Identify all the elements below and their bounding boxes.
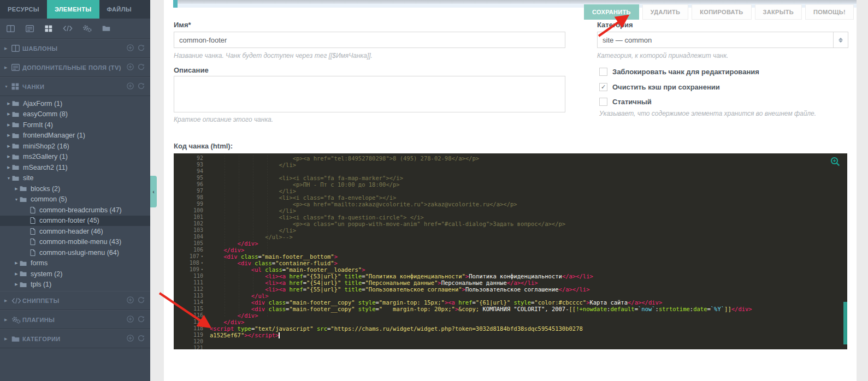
code-line[interactable]: 98 <li><i class="fa fa-envelope"></i>	[174, 194, 847, 201]
refresh-icon[interactable]	[138, 82, 145, 92]
caret-down-icon[interactable]: ▼	[5, 176, 12, 180]
help-button[interactable]: ПОМОЩЬ!	[805, 4, 854, 20]
code-line[interactable]: 119a1525ef67"></script>	[174, 332, 847, 338]
editor-scrollbar-thumb[interactable]	[843, 302, 847, 344]
caret-right-icon[interactable]: ▶	[4, 66, 11, 70]
tree-folder-common[interactable]: ▼common (5)	[0, 194, 150, 205]
section-tv[interactable]: ▶ДОПОЛНИТЕЛЬНЫЕ ПОЛЯ (TV)	[0, 58, 150, 77]
code-line[interactable]: 97 </li>	[174, 188, 847, 194]
gears-icon[interactable]	[80, 22, 94, 35]
close-button[interactable]: ЗАКРЫТЬ	[755, 4, 802, 20]
caret-down-icon[interactable]: ▼	[13, 198, 20, 201]
save-button[interactable]: СОХРАНИТЬ	[584, 4, 639, 20]
code-line[interactable]: 92 <p><a href="tel:84952780298">8 (495) …	[174, 155, 847, 162]
section-gears[interactable]: ▶ПЛАГИНЫ	[0, 310, 150, 329]
caret-right-icon[interactable]: ▶	[13, 272, 20, 276]
code-line[interactable]: 117 </div>	[174, 319, 847, 325]
code-line[interactable]: 109▾ <ul class="main-footer__loaders">	[174, 266, 847, 273]
tv-icon[interactable]	[22, 22, 37, 35]
tree-item-common-mobile-menu[interactable]: common-mobile-menu (43)	[0, 237, 150, 248]
static-checkbox[interactable]: Статичный	[599, 98, 652, 106]
code-line[interactable]: 96 <p>ПН - Пт с 10:00 до 18:00</p>	[174, 181, 847, 188]
code-line[interactable]: 100 </li>	[174, 207, 847, 214]
code-line[interactable]: 121	[174, 345, 847, 349]
code-line[interactable]: 116 </div>	[174, 312, 847, 319]
tree-folder-site[interactable]: ▼site	[0, 173, 150, 184]
duplicate-button[interactable]: КОПИРОВАТЬ	[692, 4, 751, 20]
refresh-icon[interactable]	[138, 315, 145, 325]
code-line[interactable]: 114 <div class="main-footer__copy" style…	[174, 299, 847, 306]
code-line[interactable]: 107▾ <div class="main-footer__bottom">	[174, 253, 847, 260]
code-line[interactable]: 111 <li><a href="{54|url}" title="Персон…	[174, 279, 847, 286]
caret-right-icon[interactable]: ▶	[4, 46, 11, 51]
tree-item-common-header[interactable]: common-header (46)	[0, 226, 150, 237]
caret-right-icon[interactable]: ▶	[5, 102, 12, 106]
refresh-icon[interactable]	[138, 44, 145, 53]
add-element-icon[interactable]	[127, 63, 134, 73]
tree-folder-AjaxForm[interactable]: ▶AjaxForm (1)	[0, 98, 150, 109]
chunks-grid-icon[interactable]	[42, 22, 56, 35]
fold-icon[interactable]: ▾	[201, 253, 203, 260]
caret-right-icon[interactable]: ▶	[5, 133, 12, 138]
caret-right-icon[interactable]: ▶	[5, 112, 12, 116]
tree-item-common-uslugi-menu[interactable]: common-uslugi-menu (64)	[0, 247, 150, 258]
checkbox-unchecked[interactable]	[599, 98, 607, 106]
tree-folder-tpls[interactable]: ▶tpls (1)	[0, 279, 150, 290]
code-editor[interactable]: 92 <p><a href="tel:84952780298">8 (495) …	[174, 153, 847, 349]
add-element-icon[interactable]	[127, 334, 134, 344]
code-line[interactable]: 106 </div>	[174, 247, 847, 253]
add-element-icon[interactable]	[127, 82, 134, 92]
section-chunks-grid[interactable]: ▼ЧАНКИ	[0, 77, 150, 96]
folder-icon[interactable]	[99, 22, 113, 35]
category-select[interactable]: site — common	[597, 32, 848, 48]
section-columns[interactable]: ▶ШАБЛОНЫ	[0, 39, 150, 58]
caret-right-icon[interactable]: ▶	[5, 154, 12, 159]
spinner-icon[interactable]	[833, 32, 848, 47]
code-line[interactable]: 101 <li><i class="fa fa-question-circle"…	[174, 214, 847, 221]
sidebar-collapse-handle[interactable]: ‹	[150, 176, 157, 207]
caret-down-icon[interactable]: ▼	[4, 85, 11, 88]
code-line[interactable]: 103 </li>	[174, 227, 847, 234]
code-line[interactable]: 102 <p><a class="un popup-with-move-anim…	[174, 221, 847, 227]
caret-right-icon[interactable]: ▶	[13, 282, 20, 287]
code-line[interactable]: 104 </ul>-->	[174, 234, 847, 240]
refresh-icon[interactable]	[138, 334, 145, 344]
code-line[interactable]: 93 </li>	[174, 162, 847, 168]
clear-cache-checkbox[interactable]: ✓Очистить кэш при сохранении	[599, 83, 720, 91]
caret-right-icon[interactable]: ▶	[4, 337, 11, 341]
tree-folder-blocks[interactable]: ▶blocks (2)	[0, 183, 150, 194]
code-line[interactable]: 94	[174, 168, 847, 175]
add-element-icon[interactable]	[127, 296, 134, 306]
code-line[interactable]: 108▾ <div class="container-fluid">	[174, 260, 847, 266]
refresh-icon[interactable]	[138, 296, 145, 306]
fold-icon[interactable]: ▾	[201, 266, 203, 273]
caret-right-icon[interactable]: ▶	[5, 123, 12, 127]
tree-folder-frontendManager[interactable]: ▶frontendManager (1)	[0, 130, 150, 141]
tab-files[interactable]: ФАЙЛЫ	[99, 0, 139, 19]
caret-right-icon[interactable]: ▶	[13, 187, 20, 191]
code-line[interactable]: 105 </div>	[174, 240, 847, 247]
tree-folder-system[interactable]: ▶system (2)	[0, 269, 150, 279]
code-line[interactable]: 112 <li><a href="{55|url}" title="Пользо…	[174, 286, 847, 293]
checkbox-checked[interactable]: ✓	[599, 83, 607, 91]
code-line[interactable]: 118<script type="text/javascript" src="h…	[174, 325, 847, 332]
tab-elements[interactable]: ЭЛЕМЕНТЫ	[47, 0, 99, 19]
caret-right-icon[interactable]: ▶	[4, 318, 11, 322]
tree-folder-ms2Gallery[interactable]: ▶ms2Gallery (1)	[0, 152, 150, 163]
caret-right-icon[interactable]: ▶	[13, 261, 20, 265]
lock-chunk-checkbox[interactable]: Заблокировать чанк для редактирования	[599, 68, 759, 76]
tree-folder-easyComm[interactable]: ▶easyComm (8)	[0, 109, 150, 120]
add-element-icon[interactable]	[127, 44, 134, 53]
code-line[interactable]: 113 </ul>	[174, 293, 847, 299]
code-line[interactable]: 99 <p><a href="mailto:zakaz@vcolorite.ru…	[174, 201, 847, 207]
tab-resources[interactable]: РЕСУРСЫ	[0, 0, 47, 19]
section-code[interactable]: ▶СНИППЕТЫ	[0, 291, 150, 310]
tree-folder-mSearch2[interactable]: ▶mSearch2 (11)	[0, 162, 150, 173]
columns-icon[interactable]	[3, 22, 17, 35]
description-textarea[interactable]	[174, 76, 565, 112]
code-line[interactable]: 95 <li><i class="fa fa-map-marker"></i>	[174, 175, 847, 181]
tree-folder-forms[interactable]: ▶forms	[0, 258, 150, 269]
delete-button[interactable]: УДАЛИТЬ	[642, 4, 689, 20]
code-line[interactable]: 110 <li><a href="{53|url}" title="Полити…	[174, 273, 847, 279]
section-folder[interactable]: ▶КАТЕГОРИИ	[0, 329, 150, 348]
